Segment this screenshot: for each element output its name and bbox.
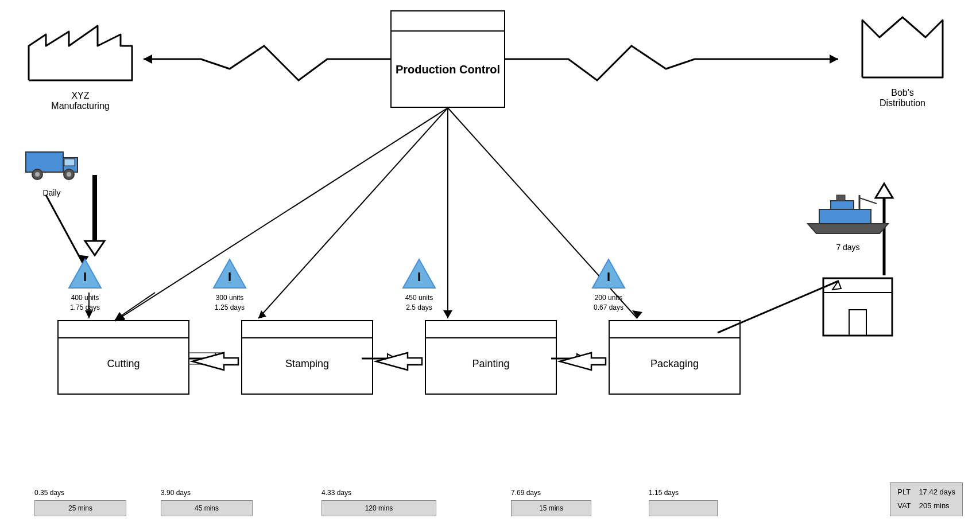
svg-point-36 [67,172,71,177]
painting-box: Painting [425,320,557,395]
packaging-label: Packaging [650,358,699,370]
tl-process-1: 45 mins [161,500,253,516]
inventory-triangle-3-icon: I [591,258,626,290]
inventory-triangle-1-icon: I [212,258,247,290]
stamping-label: Stamping [285,358,329,370]
svg-marker-54 [376,353,422,370]
timeline: 0.35 days 25 mins 3.90 days 45 mins 4.33… [0,476,980,519]
svg-rect-30 [26,152,63,172]
svg-rect-38 [831,201,854,209]
svg-rect-39 [836,195,845,201]
production-control-box: Production Control [390,10,505,108]
prod-control-label: Production Control [396,62,500,77]
tl-process-2: 120 mins [321,500,436,516]
tl-process-3: 15 mins [511,500,591,516]
svg-marker-15 [115,312,125,320]
push-arrow-2-svg [373,350,425,373]
inventory-1: I 300 units 1.25 days [212,258,247,313]
plt-label: PLT [897,488,911,496]
value-stream-map: Production Control XYZManufacturing Bob'… [0,0,980,522]
tl-process-4 [649,500,718,516]
svg-marker-0 [144,54,152,64]
cutting-body: Cutting [107,338,140,389]
svg-marker-5 [258,310,266,318]
factory-icon [23,23,138,86]
inventory-2: I 450 units 2.5 days [402,258,436,313]
svg-text:I: I [417,270,421,284]
tl-seg-2: 4.33 days 120 mins [321,500,436,516]
vat-label: VAT [897,501,911,510]
tl-seg-1: 3.90 days 45 mins [161,500,253,516]
stamping-box: Stamping [241,320,373,395]
svg-text:I: I [83,270,87,284]
stamping-header [242,321,372,338]
svg-rect-32 [64,159,75,166]
xyz-label: XYZManufacturing [23,91,138,111]
plt-row: PLT 17.42 days [897,485,955,500]
bobs-distribution-box: Bob'sDistribution [848,14,957,108]
plt-value: 17.42 days [919,488,955,496]
tl-days-4: 1.15 days [649,489,679,497]
inv-0-label: 400 units 1.75 days [68,293,102,313]
svg-rect-42 [823,278,892,336]
push-arrow-3-svg [557,350,609,373]
push-arrow-1-svg [189,350,241,373]
svg-marker-9 [632,310,642,318]
bobs-label: Bob'sDistribution [848,88,957,108]
warehouse-icon [820,275,895,338]
inventory-0: I 400 units 1.75 days [68,258,102,313]
tl-seg-0: 0.35 days 25 mins [34,500,126,516]
inv-2-label: 450 units 2.5 days [402,293,436,313]
svg-line-2 [115,108,448,321]
tl-seg-4: 1.15 days [649,500,718,516]
vat-value: 205 mins [919,501,950,510]
inv-3-label: 200 units 0.67 days [591,293,626,313]
prod-control-header [392,11,504,32]
painting-body: Painting [472,338,509,389]
svg-line-41 [859,198,877,204]
truck-icon [23,143,80,184]
svg-marker-29 [85,241,104,255]
bobs-icon [857,14,948,83]
tl-days-0: 0.35 days [34,489,64,497]
tl-seg-3: 7.69 days 15 mins [511,500,591,516]
prod-control-body: Production Control [396,32,500,107]
inventory-triangle-0-icon: I [68,258,102,290]
svg-point-35 [35,172,40,177]
tl-days-1: 3.90 days [161,489,191,497]
svg-text:I: I [607,270,610,284]
svg-rect-43 [849,310,866,336]
tl-days-2: 4.33 days [321,489,351,497]
truck-daily-label: Daily [17,188,86,197]
cutting-label: Cutting [107,358,140,370]
xyz-manufacturing-box: XYZManufacturing [23,23,138,103]
stamping-body: Stamping [285,338,329,389]
packaging-box: Packaging [609,320,741,395]
packaging-header [610,321,739,338]
ship-days-label: 7 days [802,243,894,252]
tl-process-0: 25 mins [34,500,126,516]
inv-1-label: 300 units 1.25 days [212,293,247,313]
tl-days-3: 7.69 days [511,489,541,497]
inventory-3: I 200 units 0.67 days [591,258,626,313]
warehouse-area [820,275,895,338]
truck-area: Daily [17,143,86,197]
plt-vat-box: PLT 17.42 days VAT 205 mins [890,482,963,516]
ship-area: 7 days [802,192,894,252]
inventory-triangle-2-icon: I [402,258,436,290]
svg-marker-7 [443,310,452,318]
svg-rect-37 [819,209,871,224]
packaging-body: Packaging [650,338,699,389]
svg-text:I: I [228,270,231,284]
painting-header [426,321,556,338]
svg-line-14 [115,293,155,320]
painting-label: Painting [472,358,509,370]
svg-marker-1 [830,54,838,64]
cutting-box: Cutting [57,320,189,395]
svg-line-10 [46,195,83,264]
vat-row: VAT 205 mins [897,499,955,513]
svg-marker-53 [192,353,238,370]
svg-marker-55 [560,353,606,370]
ship-icon [802,192,894,238]
cutting-header [59,321,188,338]
